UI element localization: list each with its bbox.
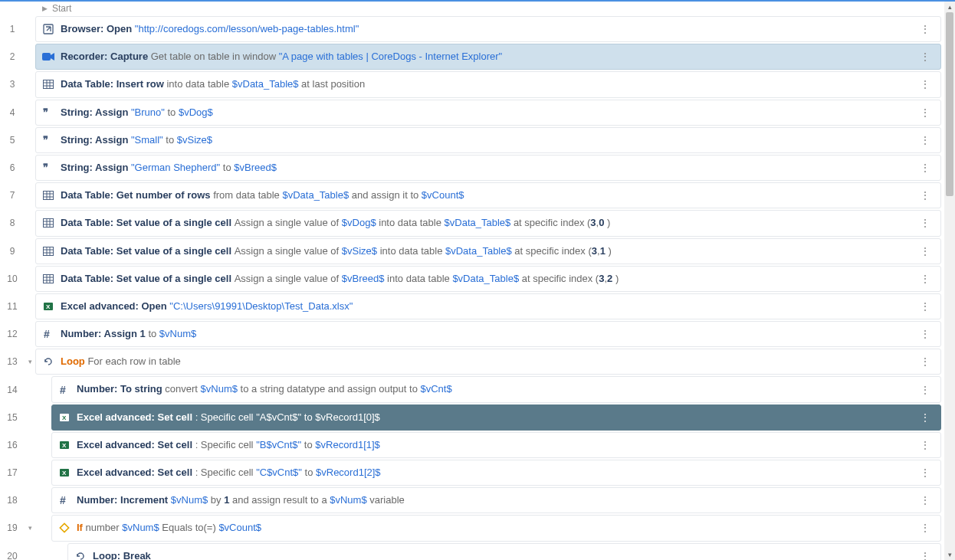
- action-row[interactable]: 9Data Table: Set value of a single cell …: [0, 237, 944, 265]
- action-row[interactable]: 3Data Table: Insert row into data table …: [0, 70, 944, 98]
- workflow-editor: ▶ Start 1Browser: Open "http://coredogs.…: [0, 0, 955, 560]
- kebab-icon[interactable]: ⋮: [915, 218, 934, 228]
- action-row[interactable]: 2Recorder: Capture Get table on table in…: [0, 43, 944, 70]
- action-row[interactable]: 20Loop: Break⋮: [0, 542, 944, 560]
- line-number: 20: [0, 551, 25, 560]
- svg-text:#: #: [44, 329, 50, 339]
- action-card[interactable]: ❞String: Assign "Small" to $vSize$⋮: [35, 127, 941, 153]
- line-number: 19: [0, 522, 25, 533]
- kebab-icon[interactable]: ⋮: [915, 467, 934, 478]
- kebab-icon[interactable]: ⋮: [915, 385, 934, 395]
- action-row[interactable]: 6❞String: Assign "German Shepherd" to $v…: [0, 154, 944, 182]
- line-number: 14: [0, 385, 25, 395]
- collapse-toggle[interactable]: ▾: [25, 358, 35, 365]
- kebab-icon[interactable]: ⋮: [915, 412, 934, 423]
- line-number: 16: [0, 440, 25, 450]
- svg-text:❞: ❞: [43, 163, 48, 172]
- kebab-icon[interactable]: ⋮: [915, 79, 934, 90]
- action-row[interactable]: 5❞String: Assign "Small" to $vSize$⋮: [0, 126, 944, 154]
- start-node[interactable]: ▶ Start: [0, 2, 944, 15]
- kebab-icon[interactable]: ⋮: [915, 246, 934, 257]
- table-icon: [42, 273, 54, 285]
- kebab-icon[interactable]: ⋮: [915, 301, 934, 312]
- kebab-icon[interactable]: ⋮: [915, 522, 934, 533]
- action-row[interactable]: 16XExcel advanced: Set cell : Specific c…: [0, 431, 944, 459]
- kebab-icon[interactable]: ⋮: [915, 107, 934, 118]
- svg-rect-10: [44, 192, 54, 200]
- action-card[interactable]: XExcel advanced: Set cell : Specific cel…: [51, 432, 941, 458]
- scroll-down-icon[interactable]: ▾: [945, 550, 954, 559]
- action-row[interactable]: 17XExcel advanced: Set cell : Specific c…: [0, 459, 944, 486]
- action-card[interactable]: Data Table: Set value of a single cell A…: [35, 210, 941, 236]
- action-text: Data Table: Set value of a single cell A…: [61, 272, 909, 286]
- action-text: Excel advanced: Set cell : Specific cell…: [77, 411, 909, 424]
- action-row[interactable]: 7Data Table: Get number of rows from dat…: [0, 182, 944, 209]
- svg-rect-41: [60, 524, 68, 532]
- action-card[interactable]: Data Table: Get number of rows from data…: [35, 182, 941, 208]
- action-card[interactable]: Loop: Break⋮: [67, 543, 941, 560]
- action-row[interactable]: 14#Number: To string convert $vNum$ to a…: [0, 375, 944, 403]
- vertical-scrollbar[interactable]: ▴ ▾: [944, 2, 955, 560]
- action-text: Data Table: Set value of a single cell A…: [61, 216, 909, 230]
- kebab-icon[interactable]: ⋮: [915, 551, 934, 560]
- line-number: 4: [0, 107, 25, 118]
- line-number: 5: [0, 135, 25, 146]
- action-card[interactable]: Browser: Open "http://coredogs.com/lesso…: [35, 16, 941, 42]
- scroll-up-icon[interactable]: ▴: [945, 2, 954, 11]
- action-card[interactable]: Data Table: Insert row into data table $…: [35, 71, 941, 97]
- action-card[interactable]: Loop For each row in table⋮: [35, 349, 941, 375]
- action-card[interactable]: ❞String: Assign "Bruno" to $vDog$⋮: [35, 100, 941, 126]
- action-row[interactable]: 1Browser: Open "http://coredogs.com/less…: [0, 15, 944, 43]
- scroll-thumb[interactable]: [946, 12, 953, 196]
- action-text: Number: To string convert $vNum$ to a st…: [77, 382, 909, 396]
- action-text: Excel advanced: Open "C:\Users\91991\Des…: [61, 300, 909, 313]
- line-number: 2: [0, 51, 25, 62]
- action-card[interactable]: If number $vNum$ Equals to(=) $vCount$⋮: [51, 515, 941, 541]
- action-card[interactable]: XExcel advanced: Open "C:\Users\91991\De…: [35, 293, 941, 319]
- action-text: Data Table: Insert row into data table $…: [61, 77, 909, 91]
- string-icon: ❞: [42, 134, 54, 146]
- svg-text:#: #: [60, 385, 66, 395]
- kebab-icon[interactable]: ⋮: [915, 440, 934, 450]
- action-row[interactable]: 11XExcel advanced: Open "C:\Users\91991\…: [0, 293, 944, 320]
- collapse-toggle[interactable]: ▾: [25, 524, 35, 532]
- scroll-track[interactable]: [944, 12, 955, 549]
- action-row[interactable]: 12#Number: Assign 1 to $vNum$⋮: [0, 320, 944, 348]
- line-number: 13: [0, 356, 25, 367]
- action-text: String: Assign "Small" to $vSize$: [61, 133, 909, 147]
- action-card[interactable]: XExcel advanced: Set cell : Specific cel…: [51, 404, 941, 431]
- action-row[interactable]: 8Data Table: Set value of a single cell …: [0, 209, 944, 237]
- action-card[interactable]: #Number: Increment $vNum$ by 1 and assig…: [51, 487, 941, 513]
- kebab-icon[interactable]: ⋮: [915, 162, 934, 173]
- action-card[interactable]: Data Table: Set value of a single cell A…: [35, 266, 941, 292]
- number-icon: #: [58, 384, 71, 396]
- svg-text:❞: ❞: [43, 108, 48, 117]
- kebab-icon[interactable]: ⋮: [915, 135, 934, 146]
- action-row[interactable]: 10Data Table: Set value of a single cell…: [0, 265, 944, 293]
- table-icon: [42, 189, 54, 201]
- action-row[interactable]: 18#Number: Increment $vNum$ by 1 and ass…: [0, 486, 944, 514]
- action-card[interactable]: #Number: Assign 1 to $vNum$⋮: [35, 321, 941, 347]
- string-icon: ❞: [42, 106, 54, 119]
- action-row[interactable]: 4❞String: Assign "Bruno" to $vDog$⋮: [0, 99, 944, 126]
- kebab-icon[interactable]: ⋮: [915, 356, 934, 367]
- action-row[interactable]: 15XExcel advanced: Set cell : Specific c…: [0, 404, 944, 431]
- kebab-icon[interactable]: ⋮: [915, 495, 934, 506]
- kebab-icon[interactable]: ⋮: [915, 51, 934, 62]
- action-row[interactable]: 13▾Loop For each row in table⋮: [0, 348, 944, 375]
- action-card[interactable]: XExcel advanced: Set cell : Specific cel…: [51, 460, 941, 486]
- line-number: 9: [0, 246, 25, 257]
- action-card[interactable]: #Number: To string convert $vNum$ to a s…: [51, 376, 941, 402]
- svg-text:X: X: [46, 303, 51, 310]
- svg-rect-25: [44, 274, 54, 283]
- kebab-icon[interactable]: ⋮: [915, 329, 934, 339]
- action-list[interactable]: ▶ Start 1Browser: Open "http://coredogs.…: [0, 2, 944, 560]
- action-card[interactable]: Recorder: Capture Get table on table in …: [35, 44, 941, 70]
- kebab-icon[interactable]: ⋮: [915, 24, 934, 34]
- action-card[interactable]: Data Table: Set value of a single cell A…: [35, 238, 941, 264]
- kebab-icon[interactable]: ⋮: [915, 273, 934, 284]
- line-number: 7: [0, 190, 25, 201]
- kebab-icon[interactable]: ⋮: [915, 190, 934, 201]
- action-row[interactable]: 19▾If number $vNum$ Equals to(=) $vCount…: [0, 514, 944, 542]
- action-card[interactable]: ❞String: Assign "German Shepherd" to $vB…: [35, 155, 941, 181]
